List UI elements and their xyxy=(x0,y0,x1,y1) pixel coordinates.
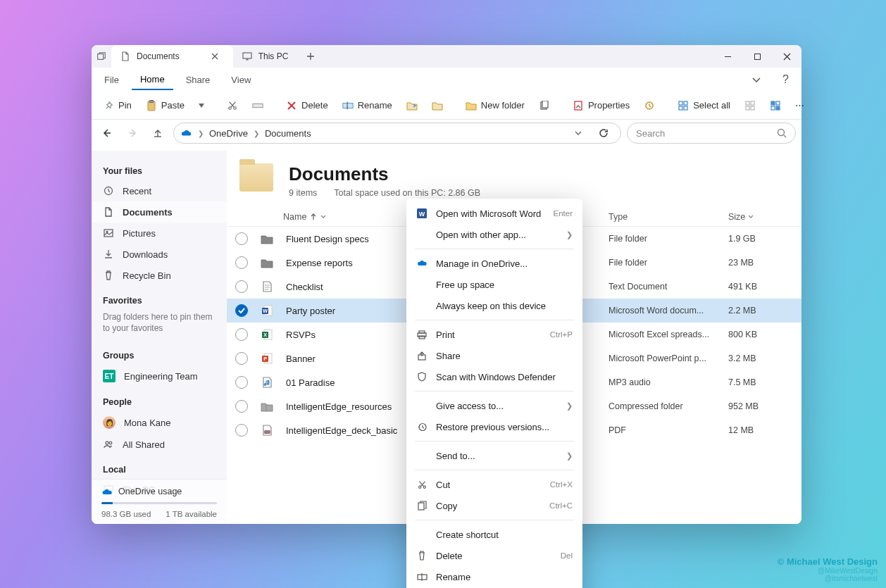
sidebar-item-documents[interactable]: Documents xyxy=(92,201,227,223)
svg-rect-21 xyxy=(771,101,775,105)
pin-button[interactable]: Pin xyxy=(97,97,137,114)
new-item-button[interactable] xyxy=(533,97,556,114)
copy-path-button[interactable] xyxy=(247,97,269,114)
pin-icon xyxy=(103,100,114,111)
nav-forward-button[interactable] xyxy=(123,123,142,143)
sidebar-item-engineering-team[interactable]: ETEngineering Team xyxy=(92,365,227,387)
delete-button[interactable]: Delete xyxy=(280,97,334,114)
ctx-cut[interactable]: CutCtrl+X xyxy=(406,474,582,495)
sidebar-item-downloads[interactable]: Downloads xyxy=(92,244,227,265)
word-icon: W xyxy=(416,208,428,219)
menu-view[interactable]: View xyxy=(223,70,259,89)
ctx-free-up-space[interactable]: Free up space xyxy=(406,274,582,295)
sidebar-item-pictures[interactable]: Pictures xyxy=(92,223,227,244)
ctx-copy[interactable]: CopyCtrl+C xyxy=(406,495,582,516)
ctx-open-word[interactable]: WOpen with Microsoft WordEnter xyxy=(406,203,582,224)
ctx-restore-versions[interactable]: Restore previous versions... xyxy=(406,416,582,437)
select-none-button[interactable] xyxy=(739,97,761,114)
ctx-delete[interactable]: DeleteDel xyxy=(406,545,582,566)
ctx-send-to[interactable]: Send to...❯ xyxy=(406,445,582,466)
close-window-button[interactable] xyxy=(772,45,801,68)
file-type: MP3 audio xyxy=(609,377,728,387)
sidebar: Your files Recent Documents Pictures Dow… xyxy=(92,151,227,524)
row-checkbox[interactable] xyxy=(235,280,248,293)
nav-up-button[interactable] xyxy=(148,123,168,143)
help-button[interactable]: ? xyxy=(774,69,797,90)
paste-button[interactable]: Paste xyxy=(140,97,190,114)
maximize-button[interactable] xyxy=(742,45,772,68)
ctx-open-other[interactable]: Open with other app...❯ xyxy=(406,224,582,245)
svg-text:W: W xyxy=(263,308,268,313)
tab-documents[interactable]: Documents xyxy=(111,45,233,68)
sidebar-item-all-shared[interactable]: All Shared xyxy=(92,434,227,455)
ctx-always-keep[interactable]: Always keep on this device xyxy=(406,295,582,316)
scissors-icon xyxy=(416,479,428,490)
minimize-button[interactable] xyxy=(713,45,742,68)
row-checkbox[interactable] xyxy=(235,352,248,365)
rename-icon xyxy=(416,571,428,582)
sidebar-item-recent[interactable]: Recent xyxy=(92,180,227,201)
paste-dropdown[interactable] xyxy=(193,101,210,111)
column-type[interactable]: Type xyxy=(609,212,728,222)
svg-rect-2 xyxy=(754,54,760,59)
nav-back-button[interactable] xyxy=(97,123,117,143)
tab-label: This PC xyxy=(258,51,289,61)
ribbon-collapse-button[interactable] xyxy=(743,72,770,87)
explorer-window: Documents This PC File Home Share View ?… xyxy=(92,45,801,524)
addressbar-dropdown[interactable] xyxy=(568,123,588,143)
breadcrumb-root[interactable]: OneDrive xyxy=(209,128,248,139)
sidebar-item-mona-kane[interactable]: 👩Mona Kane xyxy=(92,411,227,434)
row-checkbox[interactable] xyxy=(235,376,248,389)
new-tab-button[interactable] xyxy=(298,45,323,68)
refresh-button[interactable] xyxy=(594,123,613,143)
close-tab-button[interactable] xyxy=(206,53,223,60)
ctx-create-shortcut[interactable]: Create shortcut xyxy=(406,524,582,545)
printer-icon xyxy=(416,329,428,340)
menu-file[interactable]: File xyxy=(96,70,127,89)
svg-rect-19 xyxy=(746,106,749,110)
row-checkbox[interactable] xyxy=(235,256,248,269)
ctx-scan-defender[interactable]: Scan with Windows Defender xyxy=(406,366,582,387)
ctx-give-access[interactable]: Give access to...❯ xyxy=(406,395,582,416)
search-input[interactable]: Search xyxy=(627,123,796,144)
file-type-icon: P xyxy=(259,353,275,364)
svg-point-28 xyxy=(106,232,108,233)
sidebar-item-recycle-bin[interactable]: Recycle Bin xyxy=(92,265,227,286)
overflow-button[interactable]: ⋯ xyxy=(790,97,810,113)
onedrive-usage[interactable]: OneDrive usage 98.3 GB used1 TB availabl… xyxy=(92,479,227,524)
row-checkbox[interactable] xyxy=(235,232,248,245)
sidebar-head-your-files: Your files xyxy=(92,162,227,180)
invert-selection-button[interactable] xyxy=(764,97,787,114)
menu-share[interactable]: Share xyxy=(177,70,219,89)
cut-button[interactable] xyxy=(221,97,244,114)
row-checkbox[interactable] xyxy=(235,328,248,341)
properties-button[interactable]: Properties xyxy=(567,97,635,114)
window-controls xyxy=(713,45,801,68)
rename-button[interactable]: Rename xyxy=(337,97,398,114)
column-size[interactable]: Size xyxy=(728,212,785,222)
ctx-manage-onedrive[interactable]: Manage in OneDrive... xyxy=(406,253,582,274)
select-all-button[interactable]: Select all xyxy=(672,97,736,114)
addressbar[interactable]: ❯ OneDrive ❯ Documents xyxy=(173,123,621,144)
cloud-icon xyxy=(416,258,428,269)
svg-rect-18 xyxy=(751,101,754,105)
grid-icon xyxy=(744,100,756,111)
chevron-right-icon: ❯ xyxy=(566,451,573,461)
history-button[interactable] xyxy=(638,97,661,114)
ctx-print[interactable]: PrintCtrl+P xyxy=(406,324,582,345)
item-count: 9 items xyxy=(289,188,317,198)
tabs-dropdown[interactable] xyxy=(92,45,111,68)
chevron-right-icon: ❯ xyxy=(254,130,259,137)
ctx-share[interactable]: Share xyxy=(406,345,582,366)
row-checkbox[interactable] xyxy=(235,304,248,317)
new-folder-button[interactable]: New folder xyxy=(460,97,530,114)
copy-to-button[interactable] xyxy=(426,97,449,114)
menu-home[interactable]: Home xyxy=(132,70,173,90)
row-checkbox[interactable] xyxy=(235,400,248,413)
row-checkbox[interactable] xyxy=(235,424,248,437)
breadcrumb-folder[interactable]: Documents xyxy=(265,128,311,139)
ctx-rename[interactable]: Rename xyxy=(406,566,582,587)
tab-this-pc[interactable]: This PC xyxy=(233,45,299,68)
move-to-button[interactable] xyxy=(401,97,423,114)
trash-icon xyxy=(103,270,114,281)
